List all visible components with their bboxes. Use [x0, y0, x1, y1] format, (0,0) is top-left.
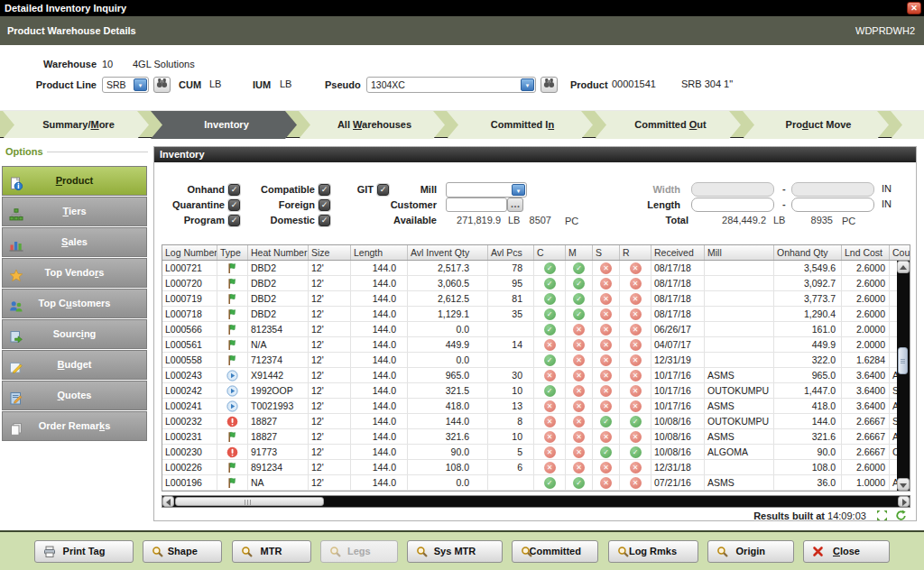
pseudo-lookup-button[interactable]	[541, 77, 558, 93]
length-from-input[interactable]	[691, 198, 774, 212]
scroll-down-button[interactable]	[897, 478, 910, 491]
table-row[interactable]: L000241T002199312'144.0418.01310/17/16AS…	[162, 399, 910, 414]
column-header-avl_pcs[interactable]: Avl Pcs	[488, 245, 534, 261]
column-header-m[interactable]: M	[566, 245, 593, 261]
table-row[interactable]: L0002421992OOP12'144.0321.51010/17/16OUT…	[162, 383, 910, 399]
table-row[interactable]: L0002311882712'144.0321.61010/08/16ASMS3…	[162, 429, 910, 445]
onhand-checkbox[interactable]: ✓	[228, 184, 240, 196]
column-header-s[interactable]: S	[593, 245, 620, 261]
cell-heat: 712374	[248, 353, 309, 368]
table-row[interactable]: L000243X9144212'144.0965.03010/17/16ASMS…	[162, 368, 910, 383]
quarantine-label: Quarantine	[162, 199, 225, 210]
column-header-onhand[interactable]: Onhand Qty	[774, 245, 842, 261]
domestic-checkbox[interactable]: ✓	[319, 215, 330, 226]
sidebar-item-sourcing[interactable]: Sourcing	[2, 319, 147, 349]
horizontal-scroll-thumb[interactable]	[175, 497, 324, 506]
tab-log-move[interactable]: Log Move	[891, 111, 924, 139]
shape-button[interactable]: Shape	[143, 540, 222, 563]
mtr-button[interactable]: MTR	[232, 540, 311, 563]
tab-summary-more[interactable]: Summary/More	[3, 111, 149, 139]
vertical-scrollbar[interactable]	[897, 261, 910, 491]
table-row[interactable]: L0002309177312'144.090.0510/08/16ALGOMA9…	[162, 445, 910, 460]
git-checkbox[interactable]: ✓	[377, 184, 389, 196]
table-row[interactable]: L000721DBD212'144.02,517.37808/17/183,54…	[162, 261, 910, 276]
sidebar-item-product[interactable]: Product	[2, 166, 147, 196]
column-label: Heat Number	[251, 247, 307, 258]
sidebar-item-label: Product	[56, 175, 94, 186]
pseudo-select[interactable]: 1304XC ▼	[366, 77, 536, 93]
scroll-up-button[interactable]	[897, 261, 910, 273]
table-row[interactable]: L000720DBD212'144.03,060.59508/17/183,09…	[162, 276, 910, 291]
cell-length: 144.0	[351, 399, 408, 414]
print-tag-button[interactable]: Print Tag	[34, 540, 134, 563]
sidebar-item-top-customers[interactable]: Top Customers	[2, 289, 147, 318]
vertical-scroll-thumb[interactable]	[898, 347, 908, 374]
sys-mtr-button[interactable]: Sys MTR	[407, 540, 503, 563]
sidebar-item-quotes[interactable]: Quotes	[2, 381, 147, 410]
foreign-checkbox[interactable]: ✓	[319, 199, 330, 211]
sidebar-item-top-vendors[interactable]: Top Vendors	[2, 258, 147, 288]
pseudo-value: 1304XC	[371, 79, 519, 90]
length-to-input[interactable]	[791, 198, 874, 212]
tab-all-warehouses[interactable]: All Warehouses	[299, 111, 445, 139]
table-row[interactable]: L00022689123412'144.0108.0612/31/18108.0…	[162, 460, 910, 475]
refresh-icon[interactable]	[895, 510, 907, 521]
tab-committed-out[interactable]: Committed Out	[595, 111, 741, 139]
dropdown-arrow-icon[interactable]: ▼	[512, 184, 525, 196]
column-header-lnd_cost[interactable]: Lnd Cost	[842, 245, 890, 261]
table-row[interactable]: L000719DBD212'144.02,612.58108/17/183,77…	[162, 291, 910, 307]
sidebar-item-budget[interactable]: Budget	[2, 350, 147, 380]
alert-icon	[226, 446, 238, 458]
product-line-lookup-button[interactable]	[153, 77, 171, 93]
column-header-r[interactable]: R	[620, 245, 651, 261]
column-header-avl_qty[interactable]: Avl Invent Qty	[408, 245, 488, 261]
tab-product-move[interactable]: Product Move	[743, 111, 889, 139]
table-row[interactable]: L000718DBD212'144.01,129.13508/17/181,29…	[162, 307, 910, 322]
column-header-received[interactable]: Received	[651, 245, 705, 261]
product-line-select[interactable]: SRB ▼	[102, 77, 149, 93]
customer-lookup-button[interactable]: …	[507, 198, 523, 212]
origin-button[interactable]: Origin	[707, 540, 794, 563]
sidebar-item-sales[interactable]: Sales	[2, 227, 147, 257]
scroll-left-button[interactable]	[162, 496, 174, 507]
customer-input[interactable]	[446, 198, 507, 212]
status-cross-icon	[630, 385, 642, 397]
column-header-heat[interactable]: Heat Number	[248, 245, 309, 261]
table-row[interactable]: L000196NA12'144.00.007/21/16ASMS36.01.00…	[162, 475, 910, 491]
horizontal-scrollbar[interactable]	[162, 495, 910, 508]
sidebar-item-order-remarks[interactable]: Order Remarks	[2, 411, 147, 441]
quarantine-checkbox[interactable]: ✓	[228, 199, 240, 211]
table-row[interactable]: L00056681235412'144.00.006/26/17161.02.0…	[162, 322, 910, 337]
column-header-length[interactable]: Length	[351, 245, 408, 261]
expand-icon[interactable]	[876, 510, 888, 521]
dropdown-arrow-icon[interactable]: ▼	[521, 78, 534, 91]
scroll-right-button[interactable]	[898, 496, 910, 507]
cell-size: 12'	[309, 429, 351, 445]
column-header-log[interactable]: Log Number	[162, 245, 217, 261]
program-checkbox[interactable]: ✓	[228, 215, 240, 226]
column-header-country[interactable]: Country Of Origin	[890, 245, 911, 261]
window-close-button[interactable]: ✕	[907, 2, 921, 14]
cell-m	[566, 475, 593, 491]
sidebar-item-tiers[interactable]: Tiers	[2, 197, 147, 226]
table-row[interactable]: L0002321882712'144.0144.0810/08/16OUTOKU…	[162, 414, 910, 429]
mill-select[interactable]: ▼	[446, 182, 527, 198]
cell-m	[566, 383, 593, 399]
tab-committed-in[interactable]: Committed In	[447, 111, 593, 139]
table-row[interactable]: L00055871237412'144.00.012/31/19322.01.6…	[162, 353, 910, 368]
cell-c	[534, 445, 566, 460]
table-row[interactable]: L000561N/A12'144.0449.91404/07/17449.92.…	[162, 337, 910, 353]
log-rmks-button[interactable]: Log Rmks	[608, 540, 698, 563]
compatible-checkbox[interactable]: ✓	[319, 184, 330, 196]
column-header-size[interactable]: Size	[309, 245, 351, 261]
close-button[interactable]: Close	[803, 540, 890, 563]
dropdown-arrow-icon[interactable]: ▼	[134, 78, 147, 91]
tab-inventory[interactable]: Inventory	[151, 111, 297, 139]
committed-button[interactable]: Committed	[512, 540, 598, 563]
column-header-mill[interactable]: Mill	[705, 245, 774, 261]
flag-icon	[226, 431, 238, 443]
column-header-c[interactable]: C	[534, 245, 566, 261]
button-label: MTR	[261, 546, 282, 556]
flag-icon	[226, 339, 238, 351]
column-header-type[interactable]: Type	[217, 245, 248, 261]
